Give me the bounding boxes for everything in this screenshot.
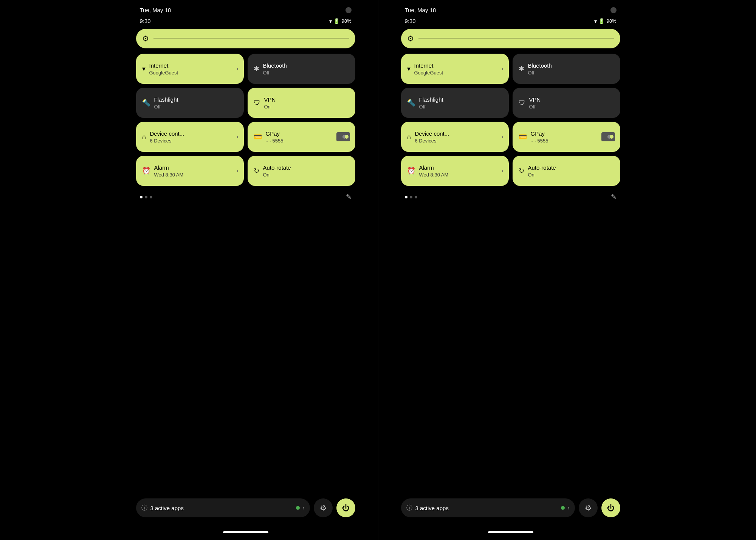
active-apps-pill-right[interactable]: ⓘ 3 active apps › bbox=[401, 498, 575, 517]
flashlight-title-left: Flashlight bbox=[154, 96, 178, 103]
bottom-bar-right: ⓘ 3 active apps › ⚙ ⏻ bbox=[401, 498, 620, 517]
gpay-card-left bbox=[336, 132, 350, 141]
tile-internet-left[interactable]: ▾ Internet GoogleGuest › bbox=[136, 54, 244, 84]
edit-icon-left[interactable]: ✎ bbox=[346, 193, 352, 201]
vpn-title-left: VPN bbox=[264, 96, 276, 103]
time-right: 9:30 bbox=[405, 18, 416, 24]
card-icon-right: 💳 bbox=[519, 133, 527, 141]
tiles-grid-left: ▾ Internet GoogleGuest › ✱ Bluetooth Off… bbox=[136, 54, 355, 186]
bluetooth-icon-right: ✱ bbox=[519, 65, 524, 73]
power-icon-left: ⏻ bbox=[342, 504, 350, 512]
tile-internet-right[interactable]: ▾ Internet GoogleGuest › bbox=[401, 54, 509, 84]
dot-1-left bbox=[140, 196, 143, 198]
power-button-right[interactable]: ⏻ bbox=[601, 498, 620, 517]
brightness-track-left[interactable] bbox=[153, 38, 349, 39]
camera-dot-right bbox=[610, 7, 617, 13]
tile-autorotate-right[interactable]: ↻ Auto-rotate On bbox=[513, 156, 620, 186]
flashlight-subtitle-right: Off bbox=[419, 104, 443, 110]
bluetooth-subtitle-left: Off bbox=[263, 70, 287, 76]
active-apps-text-right: 3 active apps bbox=[415, 505, 558, 511]
alarm-icon-left: ⏰ bbox=[142, 167, 150, 175]
device-chevron-right: › bbox=[501, 133, 503, 140]
brightness-bar-left[interactable]: ⚙ bbox=[136, 29, 355, 48]
green-dot-right bbox=[561, 506, 565, 510]
vpn-icon-right: 🛡 bbox=[519, 99, 525, 107]
gpay-title-left: GPay bbox=[266, 130, 284, 137]
tile-device-right[interactable]: ⌂ Device cont... 6 Devices › bbox=[401, 122, 509, 152]
flashlight-icon-right: 🔦 bbox=[407, 99, 415, 107]
edit-icon-right[interactable]: ✎ bbox=[611, 193, 617, 201]
settings-button-right[interactable]: ⚙ bbox=[579, 498, 598, 517]
settings-icon-right: ⚙ bbox=[585, 503, 592, 512]
card-icon-left: 💳 bbox=[254, 133, 262, 141]
tile-gpay-right[interactable]: 💳 GPay ···· 5555 bbox=[513, 122, 620, 152]
brightness-track-right[interactable] bbox=[418, 38, 614, 39]
info-icon-left: ⓘ bbox=[141, 504, 147, 512]
pill-chevron-right: › bbox=[568, 505, 570, 511]
dots-row-right: ✎ bbox=[401, 190, 620, 204]
time-row-right: 9:30 ▾ 🔋 98% bbox=[401, 16, 620, 29]
tile-flashlight-right[interactable]: 🔦 Flashlight Off bbox=[401, 88, 509, 118]
alarm-subtitle-right: Wed 8:30 AM bbox=[419, 172, 449, 178]
alarm-title-left: Alarm bbox=[154, 164, 184, 171]
vpn-subtitle-right: Off bbox=[529, 104, 541, 110]
vpn-icon-left: 🛡 bbox=[254, 99, 260, 107]
brightness-icon-left: ⚙ bbox=[142, 34, 149, 43]
gpay-title-right: GPay bbox=[531, 130, 548, 137]
dot-3-left bbox=[150, 196, 152, 198]
bluetooth-title-right: Bluetooth bbox=[528, 62, 552, 69]
home-icon-left: ⌂ bbox=[142, 133, 146, 141]
power-button-left[interactable]: ⏻ bbox=[336, 498, 355, 517]
battery-icon-right: 🔋 bbox=[598, 18, 605, 24]
home-bar-left bbox=[223, 531, 268, 533]
active-apps-text-left: 3 active apps bbox=[150, 505, 293, 511]
settings-icon-left: ⚙ bbox=[320, 503, 327, 512]
wifi-status-icon-right: ▾ bbox=[594, 18, 597, 24]
brightness-icon-right: ⚙ bbox=[407, 34, 414, 43]
active-apps-pill-left[interactable]: ⓘ 3 active apps › bbox=[136, 498, 310, 517]
status-icons-left: ▾ 🔋 98% bbox=[329, 18, 351, 24]
tile-autorotate-left[interactable]: ↻ Auto-rotate On bbox=[248, 156, 355, 186]
tile-gpay-left[interactable]: 💳 GPay ···· 5555 bbox=[248, 122, 355, 152]
tile-flashlight-left[interactable]: 🔦 Flashlight Off bbox=[136, 88, 244, 118]
status-icons-right: ▾ 🔋 98% bbox=[594, 18, 616, 24]
tile-alarm-left[interactable]: ⏰ Alarm Wed 8:30 AM › bbox=[136, 156, 244, 186]
alarm-subtitle-left: Wed 8:30 AM bbox=[154, 172, 184, 178]
vpn-title-right: VPN bbox=[529, 96, 541, 103]
flashlight-icon-left: 🔦 bbox=[142, 99, 150, 107]
flashlight-subtitle-left: Off bbox=[154, 104, 178, 110]
page-dots-right bbox=[405, 196, 417, 198]
device-chevron-left: › bbox=[236, 133, 238, 140]
tile-vpn-left[interactable]: 🛡 VPN On bbox=[248, 88, 355, 118]
home-icon-right: ⌂ bbox=[407, 133, 411, 141]
dots-row-left: ✎ bbox=[136, 190, 355, 204]
rotate-icon-right: ↻ bbox=[519, 167, 524, 175]
battery-icon-left: 🔋 bbox=[333, 18, 340, 24]
gpay-subtitle-left: ···· 5555 bbox=[266, 138, 284, 144]
autorotate-subtitle-right: On bbox=[528, 172, 556, 178]
panel-divider bbox=[378, 0, 378, 540]
alarm-title-right: Alarm bbox=[419, 164, 449, 171]
time-row-left: 9:30 ▾ 🔋 98% bbox=[136, 16, 355, 29]
settings-button-left[interactable]: ⚙ bbox=[314, 498, 333, 517]
brightness-bar-right[interactable]: ⚙ bbox=[401, 29, 620, 48]
internet-chevron-left: › bbox=[236, 65, 238, 72]
internet-subtitle-left: GoogleGuest bbox=[149, 70, 178, 76]
wifi-icon-left: ▾ bbox=[142, 65, 146, 73]
page-dots-left bbox=[140, 196, 152, 198]
tile-bluetooth-left[interactable]: ✱ Bluetooth Off bbox=[248, 54, 355, 84]
tile-bluetooth-right[interactable]: ✱ Bluetooth Off bbox=[513, 54, 620, 84]
tiles-grid-right: ▾ Internet GoogleGuest › ✱ Bluetooth Off… bbox=[401, 54, 620, 186]
device-title-left: Device cont... bbox=[150, 130, 184, 137]
pill-chevron-left: › bbox=[303, 505, 305, 511]
date-right: Tue, May 18 bbox=[405, 7, 436, 13]
internet-title-left: Internet bbox=[149, 62, 178, 69]
autorotate-title-left: Auto-rotate bbox=[263, 164, 291, 171]
tile-vpn-right[interactable]: 🛡 VPN Off bbox=[513, 88, 620, 118]
tile-device-left[interactable]: ⌂ Device cont... 6 Devices › bbox=[136, 122, 244, 152]
tile-alarm-right[interactable]: ⏰ Alarm Wed 8:30 AM › bbox=[401, 156, 509, 186]
flashlight-title-right: Flashlight bbox=[419, 96, 443, 103]
status-bar-right: Tue, May 18 bbox=[401, 0, 620, 16]
rotate-icon-left: ↻ bbox=[254, 167, 259, 175]
bottom-bar-left: ⓘ 3 active apps › ⚙ ⏻ bbox=[136, 498, 355, 517]
